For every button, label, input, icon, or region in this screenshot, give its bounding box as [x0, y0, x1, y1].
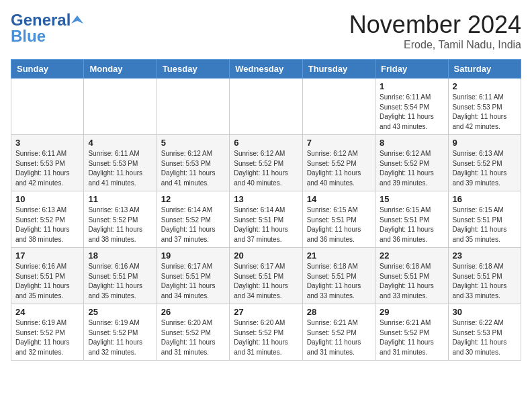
header-day: Thursday	[302, 60, 375, 79]
header-day: Monday	[84, 60, 157, 79]
day-number: 11	[88, 194, 152, 204]
day-info: Sunrise: 6:11 AM Sunset: 5:53 PM Dayligh…	[453, 93, 517, 132]
calendar-week-row: 24Sunrise: 6:19 AM Sunset: 5:52 PM Dayli…	[11, 304, 521, 361]
day-number: 2	[453, 81, 517, 91]
calendar-cell: 6Sunrise: 6:12 AM Sunset: 5:52 PM Daylig…	[230, 135, 302, 191]
day-number: 19	[161, 250, 225, 261]
day-info: Sunrise: 6:15 AM Sunset: 5:51 PM Dayligh…	[307, 205, 371, 244]
month-title: November 2024	[349, 11, 521, 39]
calendar-cell: 28Sunrise: 6:21 AM Sunset: 5:52 PM Dayli…	[302, 304, 375, 361]
day-info: Sunrise: 6:16 AM Sunset: 5:51 PM Dayligh…	[15, 262, 79, 301]
day-number: 21	[307, 250, 371, 261]
calendar-cell: 30Sunrise: 6:22 AM Sunset: 5:53 PM Dayli…	[448, 304, 521, 361]
day-number: 18	[88, 250, 152, 261]
calendar-cell	[157, 79, 229, 135]
day-number: 16	[453, 194, 517, 204]
calendar-cell: 21Sunrise: 6:18 AM Sunset: 5:51 PM Dayli…	[302, 248, 375, 304]
day-info: Sunrise: 6:13 AM Sunset: 5:52 PM Dayligh…	[15, 205, 79, 244]
day-number: 1	[380, 81, 443, 91]
calendar-cell	[84, 79, 157, 135]
calendar-cell: 20Sunrise: 6:17 AM Sunset: 5:51 PM Dayli…	[230, 248, 302, 304]
calendar-cell: 17Sunrise: 6:16 AM Sunset: 5:51 PM Dayli…	[11, 248, 84, 304]
day-number: 8	[380, 138, 443, 148]
day-info: Sunrise: 6:21 AM Sunset: 5:52 PM Dayligh…	[380, 318, 443, 357]
day-number: 9	[453, 138, 517, 148]
calendar-cell: 4Sunrise: 6:11 AM Sunset: 5:53 PM Daylig…	[84, 135, 157, 191]
logo-bird-icon	[71, 14, 83, 26]
day-info: Sunrise: 6:18 AM Sunset: 5:51 PM Dayligh…	[307, 262, 371, 301]
header-day: Sunday	[11, 60, 84, 79]
day-info: Sunrise: 6:22 AM Sunset: 5:53 PM Dayligh…	[453, 318, 517, 357]
calendar-cell: 14Sunrise: 6:15 AM Sunset: 5:51 PM Dayli…	[302, 191, 375, 248]
calendar-container: General Blue November 2024 Erode, Tamil …	[0, 0, 532, 367]
header-day: Friday	[375, 60, 448, 79]
title-block: November 2024 Erode, Tamil Nadu, India	[349, 11, 521, 51]
day-number: 6	[234, 138, 298, 148]
header-day: Tuesday	[157, 60, 229, 79]
header-day: Wednesday	[230, 60, 302, 79]
calendar-cell: 26Sunrise: 6:20 AM Sunset: 5:52 PM Dayli…	[157, 304, 229, 361]
day-info: Sunrise: 6:12 AM Sunset: 5:53 PM Dayligh…	[161, 149, 225, 188]
calendar-cell	[11, 79, 84, 135]
day-number: 3	[15, 138, 79, 148]
day-number: 28	[307, 307, 371, 317]
calendar-week-row: 1Sunrise: 6:11 AM Sunset: 5:54 PM Daylig…	[11, 79, 521, 135]
logo-blue: Blue	[11, 27, 46, 46]
location: Erode, Tamil Nadu, India	[349, 39, 521, 51]
svg-marker-0	[71, 15, 83, 24]
calendar-cell: 29Sunrise: 6:21 AM Sunset: 5:52 PM Dayli…	[375, 304, 448, 361]
calendar-week-row: 10Sunrise: 6:13 AM Sunset: 5:52 PM Dayli…	[11, 191, 521, 248]
calendar-cell: 11Sunrise: 6:13 AM Sunset: 5:52 PM Dayli…	[84, 191, 157, 248]
day-number: 4	[88, 138, 152, 148]
day-number: 24	[15, 307, 79, 317]
calendar-cell: 19Sunrise: 6:17 AM Sunset: 5:51 PM Dayli…	[157, 248, 229, 304]
day-info: Sunrise: 6:18 AM Sunset: 5:51 PM Dayligh…	[453, 262, 517, 301]
day-number: 14	[307, 194, 371, 204]
day-number: 23	[453, 250, 517, 261]
day-info: Sunrise: 6:11 AM Sunset: 5:53 PM Dayligh…	[15, 149, 79, 188]
calendar-cell: 15Sunrise: 6:15 AM Sunset: 5:51 PM Dayli…	[375, 191, 448, 248]
calendar-cell: 7Sunrise: 6:12 AM Sunset: 5:52 PM Daylig…	[302, 135, 375, 191]
calendar-cell	[302, 79, 375, 135]
day-number: 15	[380, 194, 443, 204]
calendar-cell: 27Sunrise: 6:20 AM Sunset: 5:52 PM Dayli…	[230, 304, 302, 361]
day-number: 12	[161, 194, 225, 204]
day-info: Sunrise: 6:15 AM Sunset: 5:51 PM Dayligh…	[453, 205, 517, 244]
calendar-cell: 9Sunrise: 6:13 AM Sunset: 5:52 PM Daylig…	[448, 135, 521, 191]
calendar-cell: 8Sunrise: 6:12 AM Sunset: 5:52 PM Daylig…	[375, 135, 448, 191]
calendar-cell: 24Sunrise: 6:19 AM Sunset: 5:52 PM Dayli…	[11, 304, 84, 361]
calendar-cell: 13Sunrise: 6:14 AM Sunset: 5:51 PM Dayli…	[230, 191, 302, 248]
calendar-cell: 1Sunrise: 6:11 AM Sunset: 5:54 PM Daylig…	[375, 79, 448, 135]
day-number: 5	[161, 138, 225, 148]
day-info: Sunrise: 6:21 AM Sunset: 5:52 PM Dayligh…	[307, 318, 371, 357]
day-info: Sunrise: 6:14 AM Sunset: 5:51 PM Dayligh…	[234, 205, 298, 244]
day-number: 13	[234, 194, 298, 204]
day-info: Sunrise: 6:14 AM Sunset: 5:52 PM Dayligh…	[161, 205, 225, 244]
day-number: 30	[453, 307, 517, 317]
day-info: Sunrise: 6:12 AM Sunset: 5:52 PM Dayligh…	[234, 149, 298, 188]
day-number: 27	[234, 307, 298, 317]
day-info: Sunrise: 6:13 AM Sunset: 5:52 PM Dayligh…	[88, 205, 152, 244]
header: General Blue November 2024 Erode, Tamil …	[11, 11, 521, 51]
day-info: Sunrise: 6:20 AM Sunset: 5:52 PM Dayligh…	[234, 318, 298, 357]
day-number: 7	[307, 138, 371, 148]
calendar-cell: 25Sunrise: 6:19 AM Sunset: 5:52 PM Dayli…	[84, 304, 157, 361]
day-info: Sunrise: 6:17 AM Sunset: 5:51 PM Dayligh…	[161, 262, 225, 301]
calendar-cell: 23Sunrise: 6:18 AM Sunset: 5:51 PM Dayli…	[448, 248, 521, 304]
day-info: Sunrise: 6:12 AM Sunset: 5:52 PM Dayligh…	[307, 149, 371, 188]
calendar-week-row: 17Sunrise: 6:16 AM Sunset: 5:51 PM Dayli…	[11, 248, 521, 304]
day-info: Sunrise: 6:12 AM Sunset: 5:52 PM Dayligh…	[380, 149, 443, 188]
calendar-table: SundayMondayTuesdayWednesdayThursdayFrid…	[11, 59, 521, 361]
logo: General Blue	[11, 11, 84, 46]
day-info: Sunrise: 6:13 AM Sunset: 5:52 PM Dayligh…	[453, 149, 517, 188]
day-info: Sunrise: 6:17 AM Sunset: 5:51 PM Dayligh…	[234, 262, 298, 301]
day-info: Sunrise: 6:19 AM Sunset: 5:52 PM Dayligh…	[15, 318, 79, 357]
header-day: Saturday	[448, 60, 521, 79]
day-info: Sunrise: 6:20 AM Sunset: 5:52 PM Dayligh…	[161, 318, 225, 357]
day-info: Sunrise: 6:18 AM Sunset: 5:51 PM Dayligh…	[380, 262, 443, 301]
calendar-cell: 2Sunrise: 6:11 AM Sunset: 5:53 PM Daylig…	[448, 79, 521, 135]
day-info: Sunrise: 6:11 AM Sunset: 5:53 PM Dayligh…	[88, 149, 152, 188]
calendar-cell	[230, 79, 302, 135]
day-info: Sunrise: 6:11 AM Sunset: 5:54 PM Dayligh…	[380, 93, 443, 132]
day-info: Sunrise: 6:19 AM Sunset: 5:52 PM Dayligh…	[88, 318, 152, 357]
